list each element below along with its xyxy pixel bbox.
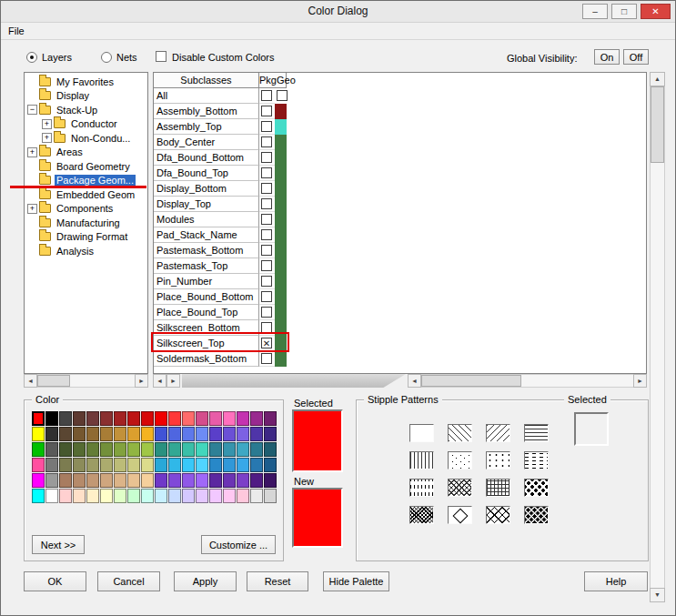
- visibility-checkbox[interactable]: [261, 291, 272, 302]
- palette-swatch[interactable]: [223, 427, 236, 441]
- plus-expander-icon[interactable]: +: [42, 133, 52, 143]
- palette-swatch[interactable]: [264, 458, 277, 472]
- palette-swatch[interactable]: [45, 427, 58, 441]
- palette-swatch[interactable]: [223, 473, 236, 488]
- palette-swatch[interactable]: [196, 489, 208, 503]
- palette-swatch[interactable]: [32, 458, 45, 472]
- stipple-diamond-lattice[interactable]: [486, 506, 510, 524]
- stipple-diagonal-up[interactable]: [486, 424, 510, 442]
- minimize-icon[interactable]: –: [582, 4, 608, 19]
- subclass-row-place-bound-top[interactable]: Place_Bound_Top: [154, 305, 646, 320]
- visibility-checkbox[interactable]: [261, 214, 272, 225]
- stipple-vertical-lines[interactable]: [409, 451, 434, 470]
- palette-swatch[interactable]: [155, 473, 167, 488]
- stipple-cross-dots[interactable]: [486, 451, 510, 470]
- reset-button[interactable]: Reset: [247, 571, 308, 591]
- stipple-horizontal-lines[interactable]: [524, 424, 549, 442]
- tree-item-manufacturing[interactable]: Manufacturing: [25, 216, 146, 230]
- palette-swatch[interactable]: [237, 458, 249, 472]
- palette-swatch[interactable]: [45, 473, 58, 488]
- palette-swatch[interactable]: [73, 427, 86, 441]
- palette-swatch[interactable]: [59, 473, 72, 488]
- palette-swatch[interactable]: [237, 473, 249, 488]
- tree-item-drawing-format[interactable]: Drawing Format: [25, 230, 146, 245]
- palette-swatch[interactable]: [114, 442, 126, 457]
- palette-swatch[interactable]: [155, 489, 167, 503]
- subclass-row-pastemask-bottom[interactable]: Pastemask_Bottom: [154, 243, 646, 258]
- palette-swatch[interactable]: [250, 489, 263, 503]
- palette-swatch[interactable]: [155, 411, 167, 426]
- palette-swatch[interactable]: [127, 473, 140, 488]
- visibility-checkbox[interactable]: [261, 121, 272, 132]
- hide-palette-button[interactable]: Hide Palette: [323, 571, 389, 591]
- layer-color-swatch[interactable]: [275, 212, 287, 227]
- tree-item-conductor[interactable]: +Conductor: [25, 117, 146, 132]
- palette-swatch[interactable]: [59, 411, 72, 426]
- palette-swatch[interactable]: [264, 489, 277, 503]
- tree-horizontal-scrollbar[interactable]: ◄ ►: [24, 374, 148, 388]
- visibility-checkbox[interactable]: [261, 183, 272, 194]
- scroll-up-icon[interactable]: ▲: [650, 72, 665, 86]
- layer-color-swatch[interactable]: [275, 258, 287, 274]
- palette-swatch[interactable]: [32, 442, 45, 457]
- palette-swatch[interactable]: [264, 442, 277, 457]
- page-left-icon[interactable]: ◄: [153, 374, 166, 388]
- palette-swatch[interactable]: [45, 411, 58, 426]
- stipple-solid[interactable]: [409, 424, 434, 442]
- subclass-row-display-top[interactable]: Display_Top: [154, 197, 646, 212]
- palette-swatch[interactable]: [73, 489, 86, 503]
- stipple-grid[interactable]: [486, 479, 510, 497]
- visibility-checkbox[interactable]: [261, 229, 272, 240]
- layer-color-swatch[interactable]: [275, 104, 287, 119]
- palette-swatch[interactable]: [141, 458, 154, 472]
- stipple-polka-dots[interactable]: [524, 479, 549, 497]
- nets-radio[interactable]: [101, 52, 112, 63]
- cancel-button[interactable]: Cancel: [97, 571, 160, 591]
- palette-swatch[interactable]: [86, 411, 99, 426]
- palette-swatch[interactable]: [182, 427, 195, 441]
- palette-swatch[interactable]: [59, 442, 72, 457]
- palette-swatch[interactable]: [32, 427, 45, 441]
- palette-swatch[interactable]: [237, 411, 249, 426]
- layer-color-swatch[interactable]: [275, 150, 287, 166]
- visibility-checkbox[interactable]: [261, 276, 272, 287]
- palette-swatch[interactable]: [155, 427, 167, 441]
- palette-swatch[interactable]: [86, 458, 99, 472]
- stipple-dense-mesh[interactable]: [409, 506, 434, 524]
- palette-swatch[interactable]: [86, 489, 99, 503]
- tree-item-non-condu[interactable]: +Non-Condu...: [25, 131, 146, 146]
- scrollbar-track[interactable]: [650, 86, 665, 588]
- maximize-icon[interactable]: □: [611, 4, 637, 19]
- palette-swatch[interactable]: [237, 442, 249, 457]
- scrollbar-thumb[interactable]: [37, 375, 70, 387]
- close-icon[interactable]: ✕: [641, 4, 671, 19]
- palette-swatch[interactable]: [237, 427, 249, 441]
- palette-swatch[interactable]: [237, 489, 249, 503]
- plus-expander-icon[interactable]: +: [27, 147, 37, 157]
- visibility-checkbox[interactable]: [261, 245, 272, 256]
- stipple-dashed-horizontal[interactable]: [524, 451, 549, 470]
- apply-button[interactable]: Apply: [174, 571, 237, 591]
- palette-swatch[interactable]: [223, 411, 236, 426]
- layer-color-swatch[interactable]: [275, 227, 287, 243]
- palette-swatch[interactable]: [196, 473, 208, 488]
- palette-swatch[interactable]: [250, 473, 263, 488]
- subclass-row-body-center[interactable]: Body_Center: [154, 135, 646, 150]
- layer-color-swatch[interactable]: [275, 181, 287, 197]
- stipple-dashed-vertical[interactable]: [409, 479, 434, 497]
- palette-swatch[interactable]: [250, 427, 263, 441]
- vertical-scrollbar[interactable]: ▲ ▼: [650, 72, 665, 602]
- minus-expander-icon[interactable]: −: [27, 105, 37, 115]
- next-button[interactable]: Next >>: [32, 535, 85, 554]
- palette-swatch[interactable]: [196, 458, 208, 472]
- layer-color-swatch[interactable]: [275, 166, 287, 181]
- subclass-row-place-bound-bottom[interactable]: Place_Bound_Bottom: [154, 289, 646, 305]
- palette-swatch[interactable]: [86, 473, 99, 488]
- scroll-down-icon[interactable]: ▼: [650, 588, 665, 602]
- palette-swatch[interactable]: [141, 489, 154, 503]
- palette-swatch[interactable]: [168, 473, 181, 488]
- palette-swatch[interactable]: [114, 427, 126, 441]
- scroll-right-icon[interactable]: ►: [633, 374, 647, 388]
- table-pager-arrows[interactable]: ◄ ►: [153, 374, 180, 388]
- layer-color-swatch[interactable]: [275, 119, 287, 135]
